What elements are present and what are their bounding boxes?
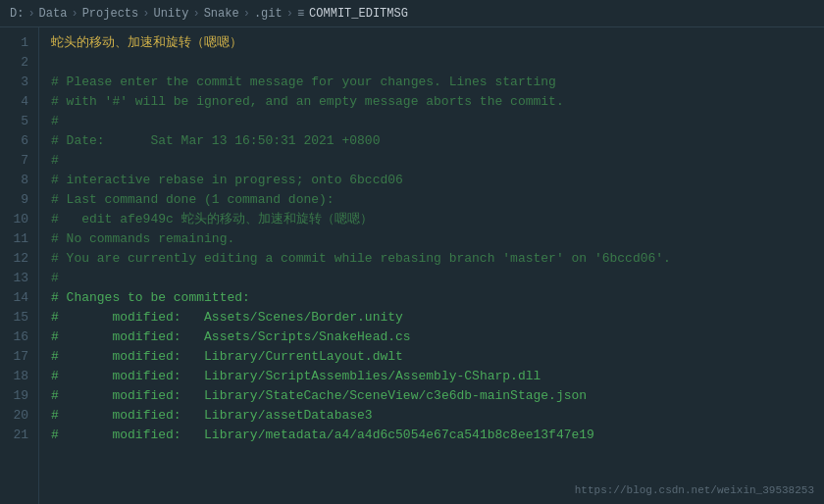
code-line: # — [51, 269, 824, 288]
line-number: 4 — [0, 92, 38, 112]
line-number: 12 — [0, 249, 38, 269]
breadcrumb-data: Data — [39, 7, 68, 21]
line-number: 13 — [0, 269, 38, 288]
breadcrumb-projects: Projects — [82, 7, 139, 21]
line-number: 17 — [0, 347, 38, 367]
code-line: # modified: Assets/Scripts/SnakeHead.cs — [51, 328, 824, 347]
line-number: 20 — [0, 406, 38, 426]
line-number: 6 — [0, 131, 38, 151]
code-line: # modified: Library/ScriptAssemblies/Ass… — [51, 367, 824, 386]
code-line: # modified: Assets/Scenes/Border.unity — [51, 308, 824, 328]
line-number: 7 — [0, 151, 38, 171]
line-number: 11 — [0, 229, 38, 249]
breadcrumb-git: .git — [254, 7, 283, 21]
watermark: https://blog.csdn.net/weixin_39538253 — [575, 484, 814, 496]
line-number: 15 — [0, 308, 38, 328]
code-line: # No commands remaining. — [51, 229, 824, 249]
line-number: 14 — [0, 288, 38, 308]
line-number: 16 — [0, 328, 38, 347]
breadcrumb-filename: ≡ COMMIT_EDITMSG — [297, 7, 408, 21]
breadcrumb-d: D: — [10, 7, 24, 21]
code-line: # modified: Library/StateCache/SceneView… — [51, 386, 824, 406]
code-content[interactable]: 蛇头的移动、加速和旋转（嗯嗯）# Please enter the commit… — [39, 27, 824, 504]
line-number: 10 — [0, 210, 38, 229]
line-numbers: 123456789101112131415161718192021 — [0, 27, 39, 504]
line-number: 1 — [0, 33, 38, 53]
title-bar: D: › Data › Projects › Unity › Snake › .… — [0, 0, 824, 27]
code-line: 蛇头的移动、加速和旋转（嗯嗯） — [51, 33, 824, 53]
code-line: # with '#' will be ignored, and an empty… — [51, 92, 824, 112]
code-line — [51, 53, 824, 73]
code-line: # modified: Library/metadata/a4/a4d6c505… — [51, 426, 824, 445]
line-number: 3 — [0, 73, 38, 92]
code-line: # Date: Sat Mar 13 16:50:31 2021 +0800 — [51, 131, 824, 151]
code-line: # modified: Library/assetDatabase3 — [51, 406, 824, 426]
code-line: # — [51, 151, 824, 171]
breadcrumb: D: › Data › Projects › Unity › Snake › .… — [10, 7, 408, 21]
code-line: # edit afe949c 蛇头的移动、加速和旋转（嗯嗯） — [51, 210, 824, 229]
code-line: # Please enter the commit message for yo… — [51, 73, 824, 92]
line-number: 21 — [0, 426, 38, 445]
line-number: 9 — [0, 190, 38, 210]
editor-area: 123456789101112131415161718192021 蛇头的移动、… — [0, 27, 824, 504]
line-number: 2 — [0, 53, 38, 73]
breadcrumb-snake: Snake — [204, 7, 239, 21]
line-number: 8 — [0, 171, 38, 190]
code-line: # interactive rebase in progress; onto 6… — [51, 171, 824, 190]
breadcrumb-unity: Unity — [153, 7, 188, 21]
line-number: 19 — [0, 386, 38, 406]
line-number: 5 — [0, 112, 38, 131]
file-icon: ≡ — [297, 7, 304, 21]
code-line: # — [51, 112, 824, 131]
code-line: # modified: Library/CurrentLayout.dwlt — [51, 347, 824, 367]
code-line: # Changes to be committed: — [51, 288, 824, 308]
line-number: 18 — [0, 367, 38, 386]
code-line: # You are currently editing a commit whi… — [51, 249, 824, 269]
code-line: # Last command done (1 command done): — [51, 190, 824, 210]
filename-label: COMMIT_EDITMSG — [309, 7, 408, 21]
